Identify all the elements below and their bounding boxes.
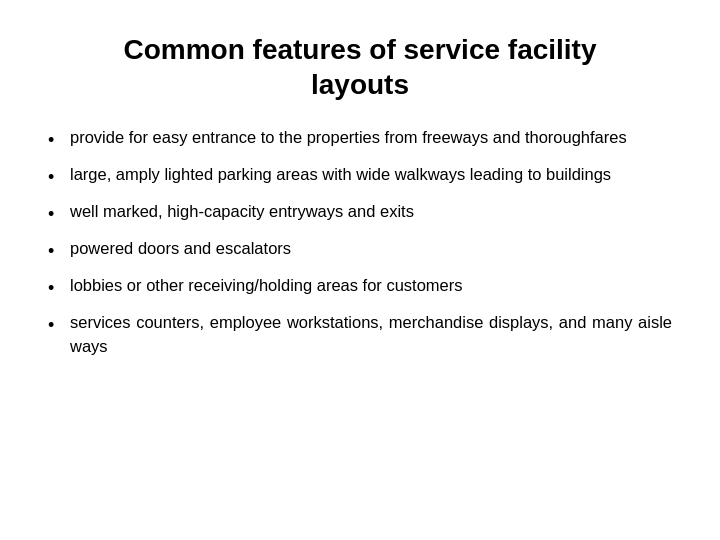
bullet-list: • provide for easy entrance to the prope… xyxy=(48,126,672,369)
bullet-text-3: well marked, high-capacity entryways and… xyxy=(70,200,672,224)
bullet-icon: • xyxy=(48,127,70,153)
list-item: • lobbies or other receiving/holding are… xyxy=(48,274,672,301)
bullet-icon: • xyxy=(48,238,70,264)
bullet-text-4: powered doors and escalators xyxy=(70,237,672,261)
list-item: • well marked, high-capacity entryways a… xyxy=(48,200,672,227)
bullet-icon: • xyxy=(48,201,70,227)
slide-title: Common features of service facility layo… xyxy=(48,32,672,102)
bullet-text-6: services counters, employee workstations… xyxy=(70,311,672,359)
list-item: • provide for easy entrance to the prope… xyxy=(48,126,672,153)
title-line-2: layouts xyxy=(311,69,409,100)
list-item: • services counters, employee workstatio… xyxy=(48,311,672,359)
list-item: • large, amply lighted parking areas wit… xyxy=(48,163,672,190)
slide-container: Common features of service facility layo… xyxy=(0,0,720,540)
bullet-icon: • xyxy=(48,164,70,190)
bullet-icon: • xyxy=(48,275,70,301)
bullet-icon: • xyxy=(48,312,70,338)
bullet-text-5: lobbies or other receiving/holding areas… xyxy=(70,274,672,298)
bullet-text-2: large, amply lighted parking areas with … xyxy=(70,163,672,187)
bullet-text-1: provide for easy entrance to the propert… xyxy=(70,126,672,150)
list-item: • powered doors and escalators xyxy=(48,237,672,264)
title-line-1: Common features of service facility xyxy=(123,34,596,65)
